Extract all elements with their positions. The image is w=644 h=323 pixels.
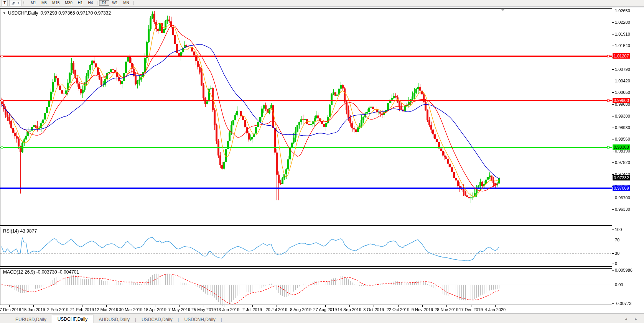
price-axis-tick: 0.96700 bbox=[615, 195, 630, 200]
collapse-triangle-icon[interactable]: ▼ bbox=[3, 11, 6, 15]
toolbar: T ▼ M1M5M15M30H1H4D1W1MN bbox=[0, 0, 644, 7]
price-axis-tick: 0.98930 bbox=[615, 125, 630, 130]
rsi-pane-label: RSI(14) 43.9877 bbox=[3, 228, 37, 234]
price-axis-tick: 0.97820 bbox=[615, 160, 630, 165]
timeframe-button-m5[interactable]: M5 bbox=[39, 0, 49, 6]
bid-price-label: 0.97332 bbox=[613, 175, 630, 180]
price-level-label: 0.98303 bbox=[613, 144, 630, 150]
macd-axis-tick: 0.00 bbox=[615, 282, 623, 287]
tab-scroll-right-icon[interactable]: ► bbox=[634, 317, 638, 321]
terminal-window: T ▼ M1M5M15M30H1H4D1W1MN ▼ USDCHF,Daily … bbox=[0, 0, 644, 323]
price-axis-tick: 1.00420 bbox=[615, 79, 630, 84]
macd-axis-tick: -0.00773 bbox=[615, 301, 631, 306]
rsi-axis-tick: 30 bbox=[615, 251, 619, 256]
timeframe-button-m1[interactable]: M1 bbox=[28, 0, 39, 6]
price-axis-tick: 1.00790 bbox=[615, 67, 630, 72]
tab-scroll-buttons: ◄ ► bbox=[624, 317, 638, 321]
price-axis-tick: 1.02650 bbox=[615, 8, 630, 13]
tab-scroll-left-icon[interactable]: ◄ bbox=[624, 317, 628, 321]
text-tool-button[interactable]: T bbox=[2, 0, 8, 6]
chart-tab-usdcnh[interactable]: USDCNH,Daily bbox=[179, 316, 221, 323]
price-level-label: 0.99800 bbox=[613, 98, 630, 103]
price-axis-tick: 0.98560 bbox=[615, 137, 630, 142]
chart-title: ▼ USDCHF,Daily 0.97293 0.97365 0.97170 0… bbox=[3, 10, 111, 16]
cycle-timeframes-button[interactable]: ▼ bbox=[9, 0, 21, 6]
price-axis-tick: 0.99300 bbox=[615, 114, 630, 119]
price-axis-tick: 1.00050 bbox=[615, 90, 630, 95]
price-axis-tick: 1.02280 bbox=[615, 20, 630, 25]
chart-tab-usdcad[interactable]: USDCAD,Daily bbox=[136, 316, 178, 323]
timeframe-button-h1[interactable]: H1 bbox=[75, 0, 86, 6]
chart-tab-usdchf[interactable]: USDCHF,Daily bbox=[52, 315, 94, 323]
tab-separator: | bbox=[221, 316, 222, 323]
timeframe-button-mn[interactable]: MN bbox=[120, 0, 132, 6]
toolbar-separator bbox=[97, 1, 97, 5]
chart-tab-eurusd[interactable]: EURUSD,Daily bbox=[10, 316, 52, 323]
price-level-label: 1.01207 bbox=[613, 53, 630, 59]
price-axis-tick: 0.96330 bbox=[615, 207, 630, 212]
date-axis-label: 4 Jan 2020 bbox=[479, 307, 511, 312]
rsi-axis-tick: 0 bbox=[615, 261, 617, 266]
toolbar-grip bbox=[23, 1, 26, 5]
text-tool-icon: T bbox=[3, 1, 6, 5]
chart-tabs: EURUSD,DailyUSDCHF,DailyAUDUSD,Daily|USD… bbox=[0, 313, 222, 323]
timeframe-button-h4[interactable]: H4 bbox=[86, 0, 96, 6]
cycle-arrows-icon bbox=[11, 1, 16, 5]
chevron-down-icon: ▼ bbox=[17, 2, 20, 4]
price-level-label: 0.97009 bbox=[613, 185, 630, 191]
timeframe-button-m15[interactable]: M15 bbox=[49, 0, 62, 6]
chart-title-symbol: USDCHF,Daily bbox=[8, 10, 38, 16]
chart-canvas[interactable] bbox=[0, 0, 644, 323]
chart-tab-bar: EURUSD,DailyUSDCHF,DailyAUDUSD,Daily|USD… bbox=[0, 313, 644, 323]
rsi-axis-tick: 70 bbox=[615, 238, 619, 243]
price-axis-tick: 1.01910 bbox=[615, 32, 630, 37]
timeframe-button-d1[interactable]: D1 bbox=[99, 0, 109, 6]
toolbar-separator bbox=[133, 1, 134, 5]
rsi-axis-tick: 100 bbox=[615, 227, 622, 232]
macd-pane-label: MACD(12,26,9) -0.003730 -0.004701 bbox=[3, 269, 79, 275]
timeframe-button-group: M1M5M15M30H1H4D1W1MN bbox=[28, 0, 135, 6]
chart-tab-audusd[interactable]: AUDUSD,Daily bbox=[93, 316, 135, 323]
price-axis-tick: 1.01540 bbox=[615, 43, 630, 48]
macd-axis-tick: 0.005986 bbox=[615, 268, 632, 273]
timeframe-button-w1[interactable]: W1 bbox=[109, 0, 120, 6]
chart-title-ohlc: 0.97293 0.97365 0.97170 0.97332 bbox=[41, 10, 111, 16]
timeframe-button-m30[interactable]: M30 bbox=[62, 0, 75, 6]
